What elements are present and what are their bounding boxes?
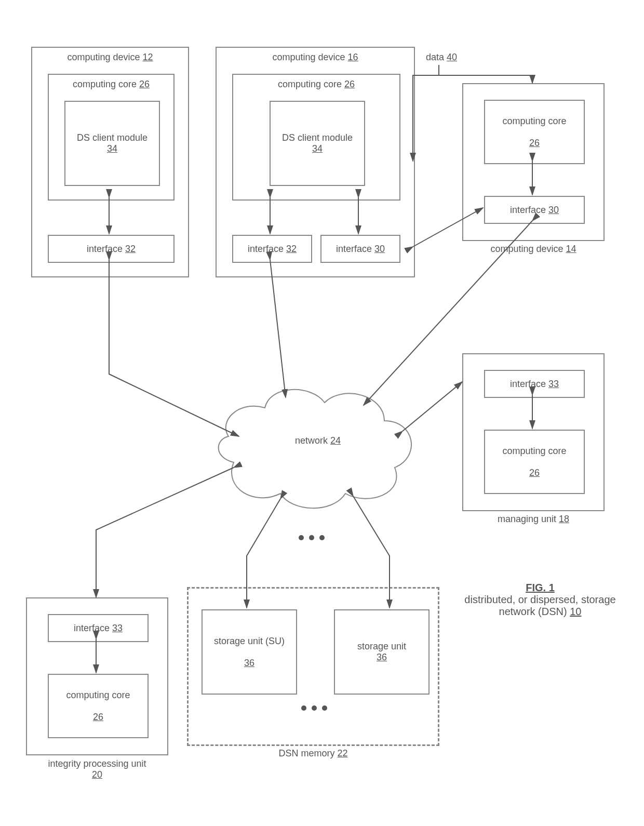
network-label: network 24 bbox=[281, 435, 354, 446]
dsn-memory-title: DSN memory bbox=[278, 748, 334, 758]
storage-unit-2: storage unit 36 bbox=[334, 609, 430, 695]
integrity-processing-unit: interface 33 computing core26 integrity … bbox=[26, 597, 168, 755]
network-cloud bbox=[219, 390, 411, 508]
cd14-interface-30: interface 30 bbox=[484, 196, 585, 224]
computing-device-16: computing device 16 computing core 26 DS… bbox=[216, 47, 415, 277]
cd14-title: computing device bbox=[490, 244, 563, 254]
storage-unit-1: storage unit (SU)36 bbox=[202, 609, 297, 695]
cd14-core: computing core26 bbox=[484, 100, 585, 164]
managing-ref: 18 bbox=[559, 514, 569, 524]
managing-unit: interface 33 computing core26 managing u… bbox=[462, 353, 605, 511]
diagram-canvas: computing device 12 computing core 26 DS… bbox=[10, 10, 634, 816]
managing-interface: interface 33 bbox=[484, 370, 585, 398]
dsn-memory-ref: 22 bbox=[338, 748, 348, 758]
cd12-ref: 12 bbox=[143, 52, 153, 62]
integrity-core: computing core26 bbox=[48, 674, 149, 738]
cd16-interface-32: interface 32 bbox=[232, 235, 312, 263]
cd16-interface-30: interface 30 bbox=[320, 235, 400, 263]
cd16-title: computing device bbox=[272, 52, 345, 62]
managing-title: managing unit bbox=[498, 514, 556, 524]
figure-caption: FIG. 1 distributed, or dispersed, storag… bbox=[462, 582, 618, 618]
cd14-ref: 14 bbox=[566, 244, 576, 254]
computing-device-14: computing core26 interface 30 computing … bbox=[462, 83, 605, 241]
ellipsis-dots-storage bbox=[301, 705, 327, 711]
computing-device-12: computing device 12 computing core 26 DS… bbox=[31, 47, 189, 277]
integrity-title: integrity processing unit bbox=[48, 758, 146, 769]
svg-line-3 bbox=[270, 260, 286, 397]
data-label: data 40 bbox=[426, 52, 457, 63]
integrity-ref: 20 bbox=[92, 769, 102, 780]
cd16-client-module: DS client module 34 bbox=[270, 101, 365, 186]
cd16-core: computing core 26 DS client module 34 bbox=[232, 74, 400, 201]
cd12-client-module: DS client module 34 bbox=[64, 101, 160, 186]
svg-line-7 bbox=[403, 382, 462, 431]
managing-core: computing core26 bbox=[484, 430, 585, 494]
ellipsis-dots-network bbox=[299, 535, 325, 540]
cd12-title: computing device bbox=[67, 52, 140, 62]
dsn-memory: storage unit (SU)36 storage unit 36 DSN … bbox=[187, 587, 439, 746]
cd12-interface-32: interface 32 bbox=[48, 235, 175, 263]
cd16-ref: 16 bbox=[348, 52, 358, 62]
integrity-interface: interface 33 bbox=[48, 614, 149, 642]
cd12-core: computing core 26 DS client module 34 bbox=[48, 74, 175, 201]
